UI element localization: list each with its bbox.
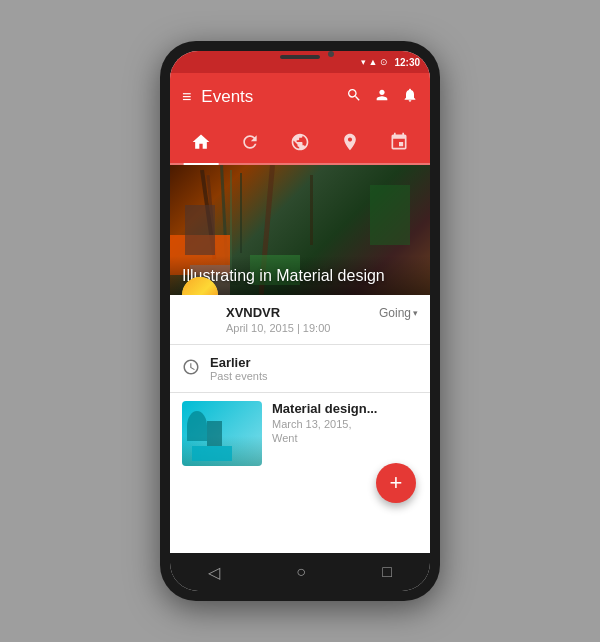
going-arrow-icon: ▾ [413,308,418,318]
past-event-date: March 13, 2015, [272,418,418,430]
past-event-row[interactable]: Material design... March 13, 2015, Went [170,393,430,474]
app-title: Events [201,87,336,107]
section-subtitle: Past events [210,370,267,382]
nav-bar: ◁ ○ □ [170,553,430,591]
past-event-thumbnail [182,401,262,466]
phone-screen: ▾ ▲ ⊙ 12:30 ≡ Events [170,51,430,591]
profile-icon[interactable] [374,87,390,107]
section-title: Earlier [210,355,267,370]
signal-icon: ▲ [369,57,378,67]
battery-icon: ⊙ [380,57,388,67]
nav-recent-button[interactable]: □ [382,563,392,581]
past-event-title: Material design... [272,401,418,416]
tab-compass[interactable] [325,121,375,163]
fab-button[interactable]: + [376,463,416,503]
past-event-status: Went [272,432,418,444]
fab-icon: + [390,472,403,494]
app-bar: ≡ Events [170,73,430,121]
clock-icon [182,358,200,380]
going-button[interactable]: Going ▾ [379,306,418,320]
event-card: XVNDVR Going ▾ April 10, 2015 | 19:00 [170,295,430,345]
earlier-section-header: Earlier Past events [170,345,430,393]
menu-icon[interactable]: ≡ [182,88,191,106]
nav-back-button[interactable]: ◁ [208,563,220,582]
wifi-icon: ▾ [361,57,366,67]
hero-section: Illustrating in Material design [170,165,430,295]
event-card-header: XVNDVR Going ▾ [226,305,418,320]
camera [328,51,334,57]
event-name: XVNDVR [226,305,280,320]
tab-bar [170,121,430,165]
tab-trending[interactable] [226,121,276,163]
hero-title: Illustrating in Material design [182,266,418,287]
speaker-notch [280,55,320,59]
status-icons: ▾ ▲ ⊙ 12:30 [361,57,421,68]
phone-device: ▾ ▲ ⊙ 12:30 ≡ Events [160,41,440,601]
search-icon[interactable] [346,87,362,107]
past-thumb-background [182,401,262,466]
tab-calendar[interactable] [374,121,424,163]
section-info: Earlier Past events [210,355,267,382]
content-area: Illustrating in Material design XVNDVR G… [170,165,430,553]
hero-background: Illustrating in Material design [170,165,430,295]
status-time: 12:30 [394,57,420,68]
notification-icon[interactable] [402,87,418,107]
tab-home[interactable] [176,121,226,163]
past-event-info: Material design... March 13, 2015, Went [272,401,418,444]
tab-explore[interactable] [275,121,325,163]
going-label: Going [379,306,411,320]
nav-home-button[interactable]: ○ [296,563,306,581]
app-bar-actions [346,87,418,107]
event-date: April 10, 2015 | 19:00 [226,322,418,334]
